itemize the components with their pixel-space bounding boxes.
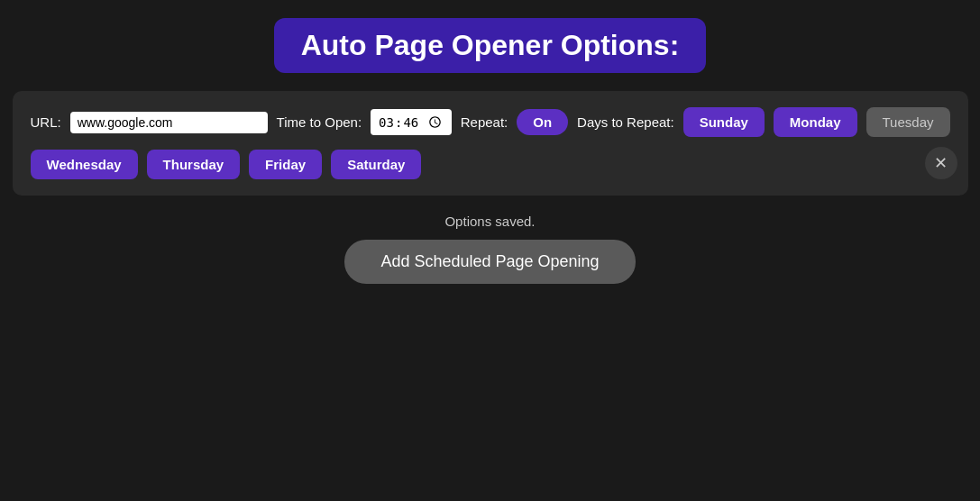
day-saturday[interactable]: Saturday <box>331 150 421 179</box>
time-input[interactable] <box>371 109 452 135</box>
options-row1: URL: Time to Open: Repeat: On Days to Re… <box>31 107 950 137</box>
options-row2: Wednesday Thursday Friday Saturday <box>31 150 950 179</box>
close-button[interactable]: ✕ <box>925 147 957 179</box>
close-icon: ✕ <box>934 153 948 173</box>
url-label: URL: <box>31 114 61 130</box>
repeat-toggle[interactable]: On <box>517 109 568 135</box>
repeat-label: Repeat: <box>461 114 508 130</box>
time-label: Time to Open: <box>277 114 362 130</box>
day-tuesday[interactable]: Tuesday <box>866 107 950 137</box>
status-text: Options saved. <box>444 214 535 229</box>
day-friday[interactable]: Friday <box>249 150 322 179</box>
day-monday[interactable]: Monday <box>774 107 857 137</box>
day-wednesday[interactable]: Wednesday <box>31 150 138 179</box>
day-thursday[interactable]: Thursday <box>147 150 241 179</box>
status-area: Options saved. Add Scheduled Page Openin… <box>344 214 635 284</box>
url-input[interactable] <box>70 112 268 133</box>
title-container: Auto Page Opener Options: <box>274 18 707 73</box>
page-title: Auto Page Opener Options: <box>301 29 680 61</box>
add-scheduled-page-button[interactable]: Add Scheduled Page Opening <box>344 240 635 284</box>
options-panel: URL: Time to Open: Repeat: On Days to Re… <box>13 91 968 196</box>
day-sunday[interactable]: Sunday <box>683 107 765 137</box>
days-label: Days to Repeat: <box>577 114 674 130</box>
